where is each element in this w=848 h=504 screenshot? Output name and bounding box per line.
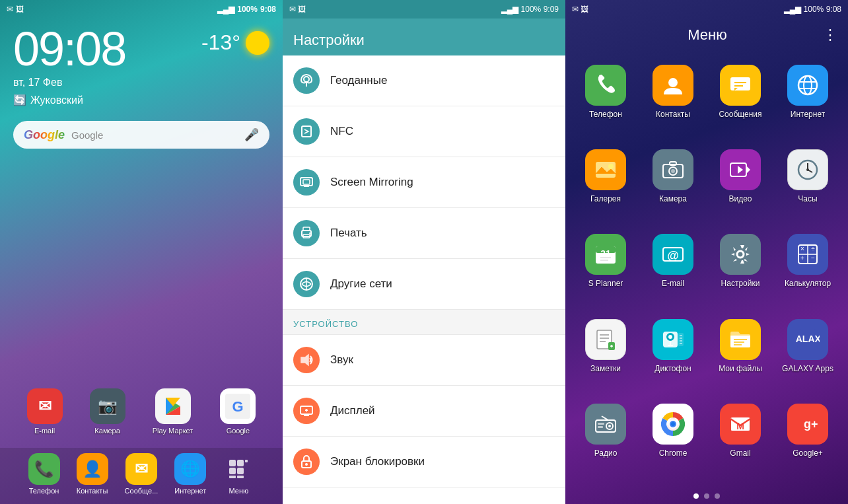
settings-item-other-networks[interactable]: Другие сети xyxy=(283,259,565,310)
settings-list: Геоданные NFC Screen Mirroring xyxy=(283,55,565,504)
dock-item-google[interactable]: G Google xyxy=(220,388,256,435)
dock-item-playmarket[interactable]: Play Маркет xyxy=(153,388,194,435)
settings-item-sound[interactable]: Звук xyxy=(283,335,565,386)
app-item-contacts[interactable]: Контакты xyxy=(639,58,707,143)
app-label-radio: Радио xyxy=(594,449,618,459)
status-bar-left: ✉ 🖼 xyxy=(7,5,24,14)
svg-point-38 xyxy=(798,76,817,94)
app-icon-myfiles xyxy=(720,319,761,360)
dock-item-email[interactable]: ✉ E-mail xyxy=(27,388,63,435)
settings-item-display[interactable]: Дисплей xyxy=(283,386,565,437)
settings-item-screen-mirroring[interactable]: Screen Mirroring xyxy=(283,157,565,208)
browser-nav-icon: 🌐 xyxy=(174,453,206,485)
settings-item-geodata[interactable]: Геоданные xyxy=(283,55,565,106)
app-item-myfiles[interactable]: Мои файлы xyxy=(707,312,774,397)
nav-browser[interactable]: 🌐 Интернет xyxy=(174,453,206,495)
app-icon-video xyxy=(720,149,761,190)
app-item-camera[interactable]: Камера xyxy=(639,143,707,227)
app-label-splanner: S Planner xyxy=(588,279,623,289)
app-item-calculator[interactable]: × ÷ + − Калькулятор xyxy=(774,227,841,312)
dock-item-camera[interactable]: 📷 Камера xyxy=(90,388,125,435)
app-item-splanner[interactable]: 31 S Planner xyxy=(572,227,639,312)
app-icon-email: @ xyxy=(653,234,693,275)
search-input[interactable]: Google xyxy=(71,129,238,141)
app-item-dictaphone[interactable]: Диктофон xyxy=(639,312,707,397)
app-item-video[interactable]: Видео xyxy=(707,143,774,227)
svg-text:×: × xyxy=(800,245,804,252)
app-label-video: Видео xyxy=(728,194,752,205)
svg-point-47 xyxy=(671,169,675,173)
app-item-notes[interactable]: Заметки xyxy=(572,312,639,397)
app-item-radio[interactable]: Радио xyxy=(572,397,639,482)
svg-rect-42 xyxy=(596,162,616,178)
svg-rect-83 xyxy=(678,333,684,346)
svg-text:31: 31 xyxy=(600,248,611,259)
nfc-label: NFC xyxy=(330,125,353,138)
menu-notif-icons: ✉ 🖼 xyxy=(572,5,588,14)
google-app-label: Google xyxy=(227,427,250,435)
settings-item-nfc[interactable]: NFC xyxy=(283,106,565,157)
app-item-phone[interactable]: Телефон xyxy=(572,58,639,143)
app-item-settings[interactable]: Настройки xyxy=(707,227,774,312)
app-label-messages: Сообщения xyxy=(719,110,761,120)
screen-mirroring-label: Screen Mirroring xyxy=(330,176,413,189)
menu-overflow-icon[interactable]: ⋮ xyxy=(823,26,837,44)
app-label-gallery: Галерея xyxy=(590,194,621,205)
app-item-galaxy-apps[interactable]: GALAXY GALAXY Apps xyxy=(774,312,841,397)
app-label-calculator: Калькулятор xyxy=(785,279,831,289)
nav-menu[interactable]: Меню xyxy=(223,453,254,495)
svg-marker-25 xyxy=(301,355,308,365)
app-label-phone: Телефон xyxy=(589,110,622,120)
app-item-email[interactable]: @ E-mail xyxy=(639,227,707,312)
app-icon-radio xyxy=(585,404,626,445)
messages-nav-label: Сообще... xyxy=(125,487,159,495)
home-dock: ✉ E-mail 📷 Камера Play Маркет xyxy=(0,382,283,448)
app-label-myfiles: Мои файлы xyxy=(719,364,762,375)
nav-phone[interactable]: 📞 Телефон xyxy=(28,453,60,495)
playmarket-label: Play Маркет xyxy=(153,427,194,435)
app-label-settings: Настройки xyxy=(721,279,760,289)
geodata-label: Геоданные xyxy=(330,74,387,87)
app-item-gmail[interactable]: M Gmail xyxy=(707,397,774,482)
app-item-gallery[interactable]: Галерея xyxy=(572,143,639,227)
sound-icon xyxy=(293,347,320,373)
app-label-gmail: Gmail xyxy=(730,449,750,459)
app-item-clock[interactable]: Часы xyxy=(774,143,841,227)
page-dot-3 xyxy=(715,493,720,499)
nav-contacts[interactable]: 👤 Контакты xyxy=(77,453,108,495)
microphone-icon[interactable]: 🎤 xyxy=(244,127,259,142)
weather-widget: -13° xyxy=(201,25,269,55)
google-search-bar[interactable]: Google Google 🎤 xyxy=(13,121,269,149)
date-display: вт, 17 Фев xyxy=(0,73,283,92)
app-item-messages[interactable]: Сообщения xyxy=(707,58,774,143)
battery-settings: 100% xyxy=(521,5,542,14)
nav-messages[interactable]: ✉ Сообще... xyxy=(125,453,159,495)
sun-icon xyxy=(246,31,269,55)
settings-title: Настройки xyxy=(293,32,365,49)
svg-text:@: @ xyxy=(667,249,679,262)
app-item-googleplus[interactable]: g+ Google+ xyxy=(774,397,841,482)
svg-text:G: G xyxy=(232,398,244,415)
app-item-chrome[interactable]: Chrome xyxy=(639,397,707,482)
svg-text:÷: ÷ xyxy=(811,245,815,252)
display-icon xyxy=(293,398,320,424)
settings-item-lockscreen[interactable]: Экран блокировки xyxy=(283,437,565,487)
app-icon-phone xyxy=(585,65,626,106)
settings-item-print[interactable]: Печать xyxy=(283,208,565,259)
app-label-notes: Заметки xyxy=(590,364,621,375)
svg-text:GALAXY: GALAXY xyxy=(796,334,820,344)
svg-rect-15 xyxy=(302,126,311,137)
app-label-chrome: Chrome xyxy=(659,449,688,459)
home-widgets: 09:08 -13° xyxy=(0,18,283,73)
menu-header: Меню ⋮ xyxy=(565,18,848,52)
phone-nav-label: Телефон xyxy=(29,487,59,495)
app-icon-googleplus: g+ xyxy=(787,404,828,445)
contacts-nav-label: Контакты xyxy=(77,487,108,495)
app-icon-contacts xyxy=(653,65,693,106)
svg-point-33 xyxy=(668,78,678,87)
battery-icon: 100% xyxy=(237,5,258,14)
app-item-browser[interactable]: Интернет xyxy=(774,58,841,143)
svg-point-80 xyxy=(668,335,672,339)
menu-title: Меню xyxy=(592,26,823,44)
svg-rect-46 xyxy=(670,162,676,165)
